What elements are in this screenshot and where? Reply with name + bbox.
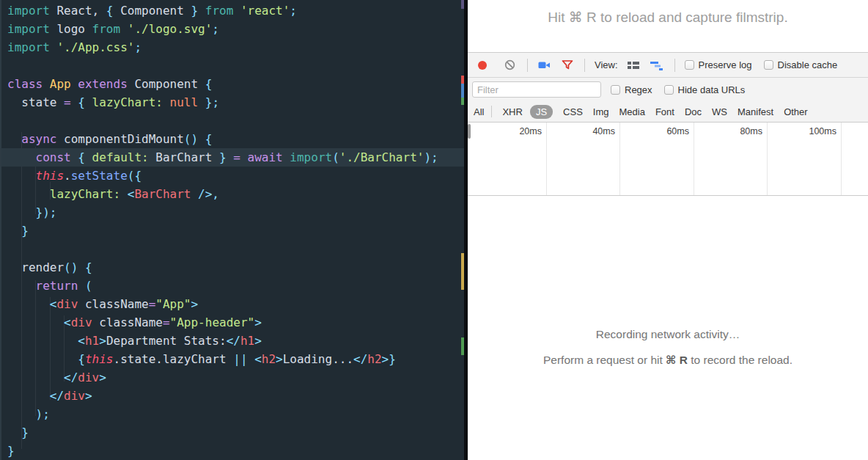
code-line: );: [1, 405, 464, 423]
code-line: return (: [1, 277, 464, 295]
tab-other[interactable]: Other: [784, 106, 808, 117]
overview-ruler-mark: [461, 76, 464, 84]
code-line: import logo from './logo.svg';: [1, 20, 464, 38]
filter-icon: [562, 59, 573, 70]
instruction-post: to record the reload.: [688, 354, 792, 366]
code-editor[interactable]: import React, { Component } from 'react'…: [0, 0, 464, 460]
filter-input[interactable]: [472, 81, 601, 98]
timeline-gridline: [694, 123, 694, 195]
code-area[interactable]: import React, { Component } from 'react'…: [1, 0, 464, 460]
tab-all[interactable]: All: [474, 106, 484, 117]
code-line: async componentDidMount() {: [1, 130, 464, 148]
resource-type-tabs: AllXHRJSCSSImgMediaFontDocWSManifestOthe…: [468, 101, 868, 123]
tab-xhr[interactable]: XHR: [502, 106, 522, 117]
code-line: </div>: [1, 387, 464, 405]
overview-ruler-mark: [461, 84, 464, 98]
overview-ruler-mark: [461, 98, 464, 105]
code-line: import React, { Component } from 'react'…: [1, 1, 464, 20]
instruction-pre: Perform a request or hit: [543, 354, 666, 366]
tab-separator: [491, 106, 492, 117]
code-line: <div className="App-header">: [1, 313, 464, 332]
code-line: }: [1, 442, 464, 460]
waterfall-view-icon: [650, 60, 663, 70]
code-line: [1, 240, 464, 258]
regex-checkbox[interactable]: [611, 85, 620, 95]
toolbar-separator: [674, 59, 675, 72]
code-line: render() {: [1, 258, 464, 277]
code-line: <h1>Department Stats:</h1>: [1, 332, 464, 350]
hide-data-urls-label: Hide data URLs: [678, 84, 746, 95]
tab-manifest[interactable]: Manifest: [738, 106, 773, 117]
reload-instruction-text: Perform a request or hit ⌘ R to record t…: [468, 354, 868, 367]
tab-media[interactable]: Media: [619, 106, 644, 117]
disable-cache-label: Disable cache: [778, 59, 838, 70]
split-view: import React, { Component } from 'react'…: [0, 0, 868, 460]
code-line: lazyChart: <BarChart />,: [1, 185, 464, 203]
code-line: }: [1, 222, 464, 240]
code-line: import './App.css';: [1, 38, 464, 56]
timeline-header[interactable]: 20ms40ms60ms80ms100ms: [468, 123, 868, 196]
filter-button[interactable]: [562, 59, 573, 70]
record-icon: [477, 60, 488, 70]
timeline-tick-label: 80ms: [718, 126, 762, 136]
tab-js[interactable]: JS: [530, 105, 553, 119]
list-view-button[interactable]: [627, 60, 640, 70]
waterfall-view-button[interactable]: [650, 60, 663, 70]
overview-ruler-mark: [461, 0, 464, 9]
code-line: this.setState({: [1, 167, 464, 185]
disable-cache-checkbox[interactable]: [764, 60, 773, 70]
timeline-tick-label: 60ms: [645, 126, 689, 136]
filter-row: Regex Hide data URLs: [468, 78, 868, 101]
scroll-indicator: [468, 124, 471, 139]
regex-label: Regex: [625, 84, 652, 95]
preserve-log-label: Preserve log: [699, 59, 752, 70]
clear-icon: [504, 59, 515, 70]
code-line: class App extends Component {: [1, 75, 464, 93]
code-line: [1, 112, 464, 130]
view-label: View:: [595, 59, 618, 70]
tab-ws[interactable]: WS: [712, 106, 727, 117]
timeline-gridline: [841, 123, 842, 195]
timeline-tick-label: 20ms: [498, 126, 542, 136]
hide-data-urls-checkbox[interactable]: [664, 85, 674, 95]
capture-screenshots-icon: [538, 60, 551, 70]
overview-ruler-mark: [461, 253, 464, 290]
code-line: state = { lazyChart: null };: [1, 93, 464, 112]
code-line: }: [1, 423, 464, 442]
code-line: [1, 56, 464, 75]
record-button[interactable]: [477, 60, 488, 70]
tab-css[interactable]: CSS: [563, 106, 583, 117]
code-line: });: [1, 203, 464, 222]
preserve-log-checkbox[interactable]: [685, 60, 694, 70]
devtools-network-panel: Hit ⌘ R to reload and capture filmstrip.: [468, 0, 868, 460]
capture-screenshots-button[interactable]: [538, 60, 551, 70]
instruction-shortcut: ⌘ R: [666, 354, 688, 366]
timeline-tick-label: 40ms: [571, 126, 615, 136]
timeline-gridline: [767, 123, 768, 195]
tab-img[interactable]: Img: [593, 106, 609, 117]
timeline-gridline: [546, 123, 547, 195]
toolbar-separator: [527, 59, 528, 72]
code-line: </div>: [1, 368, 464, 387]
code-line: {this.state.lazyChart || <h2>Loading...<…: [1, 350, 464, 368]
network-empty-state: Recording network activity… Perform a re…: [468, 196, 868, 460]
filmstrip-hint: Hit ⌘ R to reload and capture filmstrip.: [468, 0, 868, 53]
network-toolbar: View: Preserve log Disable cache: [468, 53, 868, 78]
code-line: const { default: BarChart } = await impo…: [1, 148, 464, 167]
list-view-icon: [627, 60, 640, 70]
tab-font[interactable]: Font: [655, 106, 674, 117]
timeline-tick-label: 100ms: [792, 126, 836, 136]
timeline-gridline: [619, 123, 620, 195]
toolbar-separator: [584, 59, 585, 72]
code-line: <div className="App">: [1, 295, 464, 313]
recording-status-text: Recording network activity…: [468, 328, 868, 341]
clear-button[interactable]: [504, 59, 515, 70]
overview-ruler-mark: [461, 337, 464, 355]
tab-doc[interactable]: Doc: [685, 106, 702, 117]
